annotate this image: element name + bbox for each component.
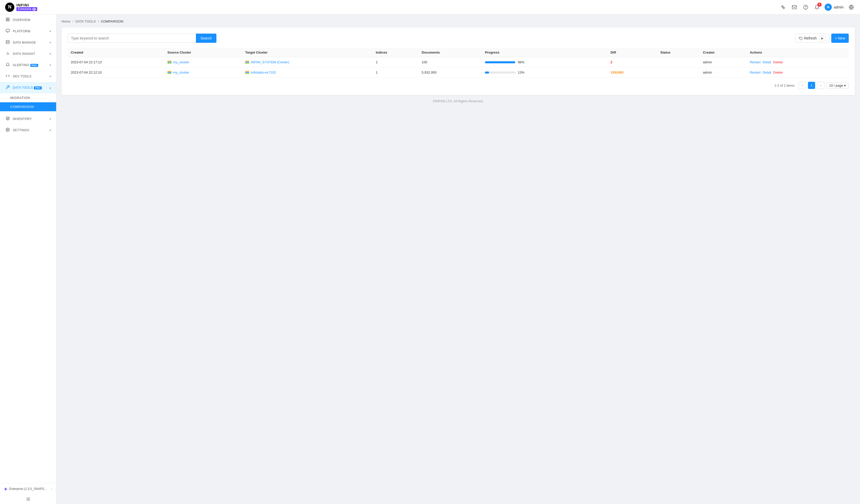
enterprise-label: Enterprise (1.5.0_SNAPS... xyxy=(9,487,49,491)
inventory-icon xyxy=(5,116,10,121)
source-cluster-link[interactable]: my_cluster xyxy=(168,71,239,74)
pagination-size-select[interactable]: 10 / page ▾ xyxy=(827,82,849,89)
col-diff: Diff xyxy=(607,48,657,57)
action-restart[interactable]: Restart xyxy=(750,71,760,74)
logo-bars-icon xyxy=(32,8,36,11)
cell-source-cluster: my_cluster xyxy=(164,68,242,78)
toolbar-right: Refresh ▶ + New xyxy=(795,33,849,43)
data-insight-icon xyxy=(5,51,10,56)
cell-documents: 100 xyxy=(419,57,482,68)
admin-avatar: N xyxy=(825,4,832,11)
broadcast-icon[interactable] xyxy=(779,4,787,11)
refresh-label: Refresh xyxy=(804,36,817,40)
sidebar-enterprise[interactable]: ◈ Enterprise (1.5.0_SNAPS... › xyxy=(0,483,56,494)
pagination-prev[interactable]: ‹ xyxy=(799,82,806,89)
enterprise-chevron: › xyxy=(51,487,52,491)
action-delete[interactable]: Delete xyxy=(773,60,783,64)
sidebar: OVERVIEW PLATFORM ▾ DATA MANAGE ▾ xyxy=(0,14,56,504)
action-restart[interactable]: Restart xyxy=(750,60,760,64)
target-cluster-link[interactable]: infinilabs-es7102 xyxy=(245,71,370,74)
cell-status xyxy=(657,68,700,78)
refresh-button[interactable]: Refresh ▶ xyxy=(795,33,829,43)
table-header-row: Created Source Cluster Target Cluster In… xyxy=(68,48,849,57)
sidebar-item-alerting[interactable]: ALERTINGPro ▾ xyxy=(0,59,56,71)
notification-icon[interactable]: 9 xyxy=(813,4,820,11)
sidebar-label-overview: OVERVIEW xyxy=(13,18,51,22)
breadcrumb-home[interactable]: Home xyxy=(61,19,71,23)
alerting-icon xyxy=(5,62,10,68)
notification-badge: 9 xyxy=(817,3,821,7)
cell-indices: 1 xyxy=(373,57,418,68)
sidebar-item-data-insight[interactable]: DATA INSIGHT ▾ xyxy=(0,48,56,59)
action-detail[interactable]: Detail xyxy=(762,60,771,64)
svg-point-0 xyxy=(782,6,784,8)
mail-icon[interactable] xyxy=(791,4,798,11)
cell-progress: 13% xyxy=(482,68,607,78)
sidebar-label-dev-tools: DEV TOOLS xyxy=(13,75,47,78)
sidebar-menu-icon[interactable] xyxy=(0,494,56,504)
col-created: Created xyxy=(68,48,164,57)
sidebar-sub-item-comparison[interactable]: COMPARISON xyxy=(0,102,56,111)
sidebar-item-data-manage[interactable]: DATA MANAGE ▾ xyxy=(0,37,56,48)
pagination: 1-2 of 2 items ‹ 1 › 10 / page ▾ xyxy=(68,82,849,89)
admin-area[interactable]: N admin xyxy=(825,4,844,11)
enterprise-icon: ◈ xyxy=(4,486,7,491)
action-delete[interactable]: Delete xyxy=(773,71,783,74)
cell-actions: RestartDetailDelete xyxy=(747,68,849,78)
search-button[interactable]: Search xyxy=(196,33,216,43)
data-insight-chevron: ▾ xyxy=(49,52,51,56)
cell-indices: 1 xyxy=(373,68,418,78)
target-cluster-link[interactable]: INFINI_SYSTEM (Center) xyxy=(245,60,370,64)
logo-circle: N xyxy=(5,3,14,12)
globe-icon[interactable] xyxy=(848,4,855,11)
top-header: N INFINI Console xyxy=(0,0,860,14)
header-icons: 9 N admin xyxy=(779,4,855,11)
comparison-label: COMPARISON xyxy=(10,105,34,109)
cell-creator: admin xyxy=(700,57,747,68)
footer-text: ©INFINI.LTD, All Rights Reserved. xyxy=(433,99,484,103)
col-documents: Documents xyxy=(419,48,482,57)
overview-icon xyxy=(5,17,10,23)
breadcrumb-sep-1: / xyxy=(73,19,74,23)
logo-n-letter: N xyxy=(8,4,12,10)
sidebar-item-dev-tools[interactable]: DEV TOOLS ▾ xyxy=(0,71,56,82)
svg-rect-9 xyxy=(8,20,9,21)
breadcrumb-current: COMPARISON xyxy=(101,19,123,23)
page-size-chevron: ▾ xyxy=(844,84,846,87)
cell-documents: 5,932,950 xyxy=(419,68,482,78)
svg-rect-7 xyxy=(8,18,9,19)
platform-icon xyxy=(5,29,10,34)
pagination-page-1[interactable]: 1 xyxy=(808,82,815,89)
cell-status xyxy=(657,57,700,68)
table-row: 2023-07-04 22:12:10 my_cluster infinilab… xyxy=(68,68,849,78)
toolbar: Search Refresh ▶ + New xyxy=(68,33,849,43)
logo-product: Console xyxy=(16,7,37,11)
action-detail[interactable]: Detail xyxy=(762,71,771,74)
cell-actions: RestartDetailDelete xyxy=(747,57,849,68)
table-row: 2023-07-04 22:17:13 my_cluster INFINI_SY… xyxy=(68,57,849,68)
breadcrumb-data-tools[interactable]: DATA TOOLS xyxy=(75,19,96,23)
new-button[interactable]: + New xyxy=(831,33,849,43)
search-input[interactable] xyxy=(68,33,196,43)
data-tools-icon xyxy=(5,85,10,90)
refresh-icon xyxy=(799,37,803,40)
content-area: Home / DATA TOOLS / COMPARISON Search xyxy=(56,14,860,504)
breadcrumb-sep-2: / xyxy=(98,19,99,23)
refresh-arrow-icon: ▶ xyxy=(819,35,826,41)
sidebar-item-data-tools[interactable]: DATA TOOLSPro ▴ xyxy=(0,82,56,93)
admin-name: admin xyxy=(834,5,844,9)
sidebar-item-overview[interactable]: OVERVIEW xyxy=(0,14,56,26)
main-area: OVERVIEW PLATFORM ▾ DATA MANAGE ▾ xyxy=(0,14,860,504)
svg-point-18 xyxy=(7,129,8,130)
help-icon[interactable] xyxy=(802,4,809,11)
pagination-next[interactable]: › xyxy=(817,82,825,89)
sidebar-item-platform[interactable]: PLATFORM ▾ xyxy=(0,26,56,37)
col-target-cluster: Target Cluster xyxy=(242,48,373,57)
source-cluster-link[interactable]: my_cluster xyxy=(168,60,239,64)
sidebar-sub-item-migration[interactable]: MIGRATION xyxy=(0,93,56,102)
sidebar-item-settings[interactable]: SETTINGS ▾ xyxy=(0,125,56,136)
cell-created: 2023-07-04 22:17:13 xyxy=(68,57,164,68)
svg-rect-8 xyxy=(6,20,8,21)
logo-area: N INFINI Console xyxy=(5,3,37,12)
sidebar-item-inventory[interactable]: INVENTORY ▾ xyxy=(0,113,56,125)
